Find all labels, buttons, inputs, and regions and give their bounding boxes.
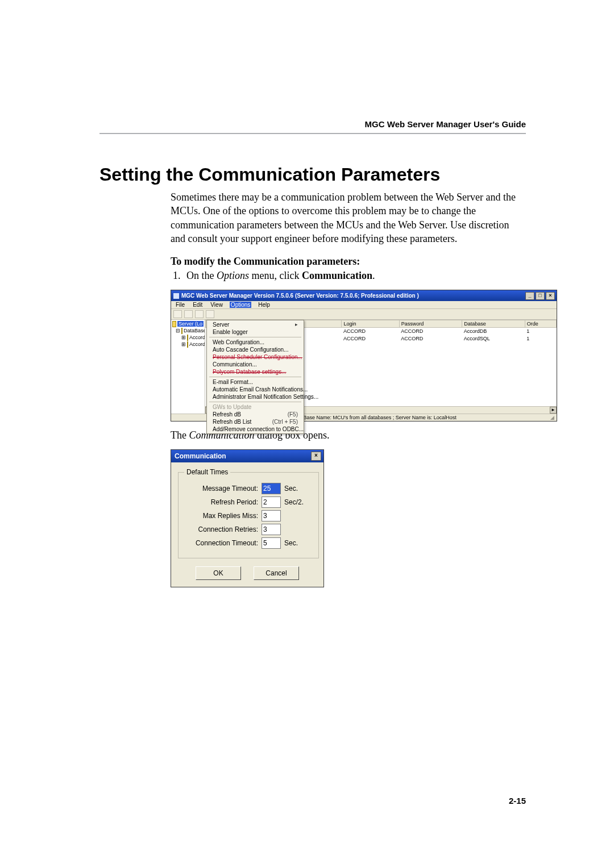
unit-connection-timeout: Sec. <box>284 539 313 547</box>
page-number: 2-15 <box>509 796 526 806</box>
intro-paragraph: Sometimes there may be a communication p… <box>171 190 523 245</box>
step-1: On the Options menu, click Communication… <box>183 270 523 282</box>
menu-item-admin-email[interactable]: Administrator Email Notification Setting… <box>207 393 304 400</box>
input-connection-retries[interactable] <box>262 524 281 535</box>
toolbar <box>171 309 557 320</box>
col-database[interactable]: Database <box>462 320 525 328</box>
menu-help[interactable]: Help <box>257 302 271 308</box>
db-icon <box>187 341 188 348</box>
cell-order: 1 <box>525 328 556 335</box>
window-minimize-button[interactable]: _ <box>525 292 534 300</box>
step-1-text-c: . <box>372 270 375 281</box>
menu-item-polycom-db[interactable]: Polycom Database settings... <box>207 368 304 375</box>
dialog-close-button[interactable]: × <box>311 452 321 461</box>
procedure-heading: To modify the Communication parameters: <box>171 256 523 268</box>
toolbar-button-3[interactable] <box>195 310 204 318</box>
cell-password: ACCORD <box>399 328 462 335</box>
col-password[interactable]: Password <box>399 320 462 328</box>
menu-item-refresh-db-key: (F5) <box>288 411 298 418</box>
menu-view[interactable]: View <box>209 302 224 308</box>
app-icon <box>173 293 179 299</box>
label-refresh-period: Refresh Period: <box>184 498 258 506</box>
dialog-button-row: OK Cancel <box>178 566 317 580</box>
step-1-command: Communication <box>302 270 372 281</box>
tree-databases-label: DataBases <box>184 328 205 333</box>
row-refresh-period: Refresh Period: Sec/2. <box>184 496 313 508</box>
cell-login: ACCORD <box>342 335 399 343</box>
default-times-group: Default Times Message Timeout: Sec. Refr… <box>178 468 319 558</box>
window-title: MGC Web Server Manager Version 7.5.0.6 (… <box>181 293 419 299</box>
cell-order: 1 <box>525 335 556 343</box>
menu-options[interactable]: Options <box>230 302 251 308</box>
cancel-button[interactable]: Cancel <box>254 566 299 580</box>
label-message-timeout: Message Timeout: <box>184 485 258 493</box>
menu-item-refresh-db-label: Refresh dB <box>213 411 241 418</box>
input-max-replies[interactable] <box>262 510 281 521</box>
menu-item-web-config[interactable]: Web Configuration... <box>207 339 304 346</box>
menu-item-email-format[interactable]: E-mail Format... <box>207 378 304 386</box>
menu-item-refresh-list[interactable]: Refresh dB List (Ctrl + F5) <box>207 418 304 425</box>
menu-item-refresh-db[interactable]: Refresh dB (F5) <box>207 411 304 418</box>
dialog-content: Default Times Message Timeout: Sec. Refr… <box>171 462 323 587</box>
size-grip-icon[interactable]: ◢ <box>549 415 554 420</box>
folder-icon <box>181 328 182 334</box>
window-maximize-button[interactable]: □ <box>536 292 545 300</box>
communication-dialog: Communication × Default Times Message Ti… <box>171 449 324 587</box>
statusbar-text: Data Base Name: MCU's from all databases… <box>288 415 549 420</box>
unit-refresh-period: Sec/2. <box>284 498 313 506</box>
running-header: MGC Web Server Manager User's Guide <box>365 119 526 129</box>
step-1-text-a: On the <box>186 270 217 281</box>
cell-database: AccordDB <box>462 328 525 335</box>
tree-server-label: Server (Lo <box>177 321 204 327</box>
label-connection-timeout: Connection Timeout: <box>184 539 258 547</box>
tree-accord-2[interactable]: ⊞ Accord <box>172 341 204 348</box>
menu-item-enable-logger[interactable]: Enable logger <box>207 328 304 336</box>
window-close-button[interactable]: × <box>546 292 555 300</box>
step-1-menu-name: Options <box>217 270 249 281</box>
input-connection-timeout[interactable] <box>262 537 281 549</box>
menu-item-auto-cascade[interactable]: Auto Cascade Configuration... <box>207 346 304 353</box>
menu-item-communication[interactable]: Communication... <box>207 361 304 368</box>
row-max-replies: Max Replies Miss: <box>184 510 313 521</box>
row-connection-timeout: Connection Timeout: Sec. <box>184 537 313 549</box>
input-message-timeout[interactable] <box>262 483 281 494</box>
workarea: Server (Lo ⊟ DataBases ⊞ Accord ⊞ Accord <box>171 320 557 414</box>
menu-file[interactable]: File <box>175 302 186 308</box>
menu-item-odbc[interactable]: Add/Remove connection to ODBC... <box>207 425 304 433</box>
tree-accord-2-label: Accord <box>189 341 205 347</box>
options-menu-dropdown: Server Enable logger Web Configuration..… <box>206 320 304 434</box>
label-connection-retries: Connection Retries: <box>184 525 258 533</box>
after-a: The <box>171 429 189 441</box>
menu-item-auto-crash[interactable]: Automatic Email Crash Notifications... <box>207 386 304 393</box>
dialog-titlebar: Communication × <box>171 450 323 462</box>
step-1-text-b: menu, click <box>249 270 302 281</box>
tree-server-root[interactable]: Server (Lo <box>172 320 204 327</box>
cell-database: AccordSQL <box>462 335 525 343</box>
scroll-right-arrow-icon[interactable]: ► <box>550 407 557 414</box>
default-times-legend: Default Times <box>184 468 230 476</box>
label-max-replies: Max Replies Miss: <box>184 512 258 520</box>
menu-item-server[interactable]: Server <box>207 321 304 328</box>
menu-item-personal-scheduler[interactable]: Personal Scheduler Configuration... <box>207 353 304 361</box>
col-order[interactable]: Orde <box>525 320 556 328</box>
cell-login: ACCORD <box>342 328 399 335</box>
tree-panel: Server (Lo ⊟ DataBases ⊞ Accord ⊞ Accord <box>171 320 205 414</box>
menu-edit[interactable]: Edit <box>192 302 204 308</box>
procedure-steps: On the Options menu, click Communication… <box>171 270 523 282</box>
row-message-timeout: Message Timeout: Sec. <box>184 483 313 494</box>
body-block: Sometimes there may be a communication p… <box>171 190 523 587</box>
ok-button[interactable]: OK <box>196 566 241 580</box>
menu-item-gws-update: GWs to Update <box>207 403 304 411</box>
toolbar-button-4[interactable] <box>206 310 214 318</box>
tree-accord-1[interactable]: ⊞ Accord <box>172 334 204 341</box>
db-icon <box>187 335 188 341</box>
toolbar-button-1[interactable] <box>173 310 182 318</box>
server-manager-window: MGC Web Server Manager Version 7.5.0.6 (… <box>171 290 557 422</box>
col-login[interactable]: Login <box>342 320 399 328</box>
tree-databases[interactable]: ⊟ DataBases <box>172 327 204 334</box>
toolbar-button-2[interactable] <box>184 310 193 318</box>
header-rule <box>99 133 526 134</box>
input-refresh-period[interactable] <box>262 496 281 508</box>
server-icon <box>172 321 176 327</box>
unit-message-timeout: Sec. <box>284 485 313 493</box>
